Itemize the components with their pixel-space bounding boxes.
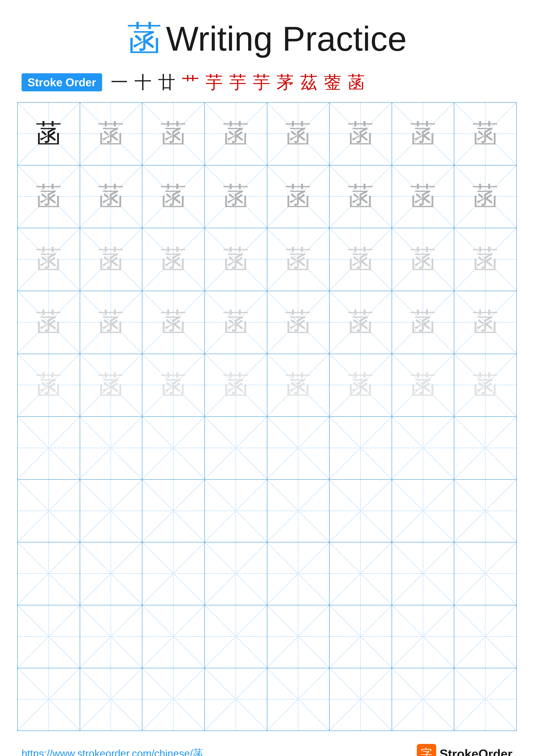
grid-cell[interactable]: [267, 668, 330, 731]
grid-cell[interactable]: 菡: [142, 291, 205, 354]
grid-cell[interactable]: [330, 606, 392, 668]
grid-cell[interactable]: [267, 606, 330, 668]
grid-cell[interactable]: [142, 606, 205, 668]
practice-char: 菡: [285, 247, 311, 272]
grid-cell[interactable]: [18, 542, 80, 605]
grid-cell[interactable]: 菡: [18, 166, 80, 228]
grid-cell[interactable]: 菡: [330, 166, 392, 228]
grid-cell[interactable]: [142, 542, 205, 605]
grid-cell[interactable]: 菡: [80, 291, 142, 354]
grid-cell[interactable]: 菡: [267, 228, 330, 291]
grid-cell[interactable]: [330, 417, 392, 479]
grid-cell[interactable]: 菡: [80, 103, 142, 165]
grid-cell[interactable]: 菡: [205, 228, 267, 291]
practice-char: 菡: [161, 121, 186, 147]
grid-cell[interactable]: [330, 542, 392, 605]
grid-cell[interactable]: [142, 480, 205, 542]
grid-cell[interactable]: [454, 542, 516, 605]
grid-cell[interactable]: [267, 542, 330, 605]
grid-cell[interactable]: 菡: [80, 166, 142, 228]
grid-cell[interactable]: [330, 668, 392, 731]
grid-cell[interactable]: [80, 668, 142, 731]
cell-guide-lines: [18, 606, 80, 668]
cell-guide-lines: [267, 542, 329, 605]
stroke-7: 芋: [253, 74, 270, 91]
grid-cell[interactable]: 菡: [330, 291, 392, 354]
cell-guide-lines: [392, 606, 454, 668]
grid-cell[interactable]: 菡: [454, 291, 516, 354]
grid-cell[interactable]: [454, 480, 516, 542]
grid-cell[interactable]: [205, 480, 267, 542]
grid-cell[interactable]: [18, 480, 80, 542]
grid-cell[interactable]: 菡: [18, 291, 80, 354]
grid-cell[interactable]: [80, 606, 142, 668]
grid-cell[interactable]: [454, 668, 516, 731]
practice-char: 菡: [410, 247, 436, 272]
cell-guide-lines: [205, 668, 267, 731]
grid-cell[interactable]: [454, 417, 516, 479]
grid-cell[interactable]: 菡: [80, 354, 142, 417]
grid-cell[interactable]: 菡: [392, 228, 454, 291]
grid-cell[interactable]: [330, 480, 392, 542]
grid-cell[interactable]: [205, 606, 267, 668]
grid-cell[interactable]: 菡: [392, 291, 454, 354]
grid-cell[interactable]: [392, 542, 454, 605]
practice-char: 菡: [472, 247, 498, 272]
grid-cell[interactable]: [392, 606, 454, 668]
grid-cell[interactable]: [205, 542, 267, 605]
grid-row-10: [18, 668, 516, 731]
grid-cell[interactable]: [142, 417, 205, 479]
grid-cell[interactable]: 菡: [454, 166, 516, 228]
grid-cell[interactable]: 菡: [454, 354, 516, 417]
footer-brand: 字 StrokeOrder: [417, 744, 513, 756]
grid-cell[interactable]: 菡: [205, 354, 267, 417]
grid-cell[interactable]: [18, 668, 80, 731]
grid-cell[interactable]: [392, 480, 454, 542]
grid-row-3: 菡 菡 菡 菡 菡 菡 菡: [18, 228, 516, 291]
grid-cell[interactable]: [205, 668, 267, 731]
grid-cell[interactable]: 菡: [330, 354, 392, 417]
grid-cell[interactable]: [80, 542, 142, 605]
footer-url[interactable]: https://www.strokeorder.com/chinese/菡: [21, 747, 203, 756]
cell-guide-lines: [18, 480, 80, 542]
grid-cell[interactable]: 菡: [267, 354, 330, 417]
grid-cell[interactable]: [205, 417, 267, 479]
grid-cell[interactable]: 菡: [205, 291, 267, 354]
grid-cell[interactable]: [267, 417, 330, 479]
grid-cell[interactable]: 菡: [142, 354, 205, 417]
grid-cell[interactable]: 菡: [18, 354, 80, 417]
grid-cell[interactable]: 菡: [267, 103, 330, 165]
grid-cell[interactable]: [267, 480, 330, 542]
grid-cell[interactable]: 菡: [18, 103, 80, 165]
practice-char: 菡: [472, 121, 498, 147]
grid-cell[interactable]: [18, 417, 80, 479]
grid-cell[interactable]: 菡: [142, 103, 205, 165]
stroke-4: 艹: [182, 74, 199, 91]
grid-cell[interactable]: 菡: [454, 103, 516, 165]
practice-char: 菡: [223, 372, 249, 398]
grid-cell[interactable]: [392, 417, 454, 479]
grid-cell[interactable]: 菡: [142, 228, 205, 291]
grid-cell[interactable]: 菡: [392, 166, 454, 228]
grid-cell[interactable]: 菡: [80, 228, 142, 291]
grid-cell[interactable]: 菡: [142, 166, 205, 228]
grid-cell[interactable]: [392, 668, 454, 731]
grid-cell[interactable]: 菡: [267, 166, 330, 228]
grid-cell[interactable]: [18, 606, 80, 668]
grid-cell[interactable]: [142, 668, 205, 731]
cell-guide-lines: [205, 606, 267, 668]
grid-cell[interactable]: 菡: [205, 103, 267, 165]
grid-cell[interactable]: [80, 480, 142, 542]
grid-cell[interactable]: 菡: [330, 103, 392, 165]
cell-guide-lines: [454, 668, 516, 731]
grid-cell[interactable]: 菡: [454, 228, 516, 291]
stroke-5: 芋: [206, 74, 223, 91]
grid-cell[interactable]: [454, 606, 516, 668]
grid-cell[interactable]: 菡: [392, 354, 454, 417]
grid-cell[interactable]: 菡: [18, 228, 80, 291]
grid-cell[interactable]: 菡: [392, 103, 454, 165]
grid-cell[interactable]: [80, 417, 142, 479]
grid-cell[interactable]: 菡: [330, 228, 392, 291]
grid-cell[interactable]: 菡: [205, 166, 267, 228]
grid-cell[interactable]: 菡: [267, 291, 330, 354]
